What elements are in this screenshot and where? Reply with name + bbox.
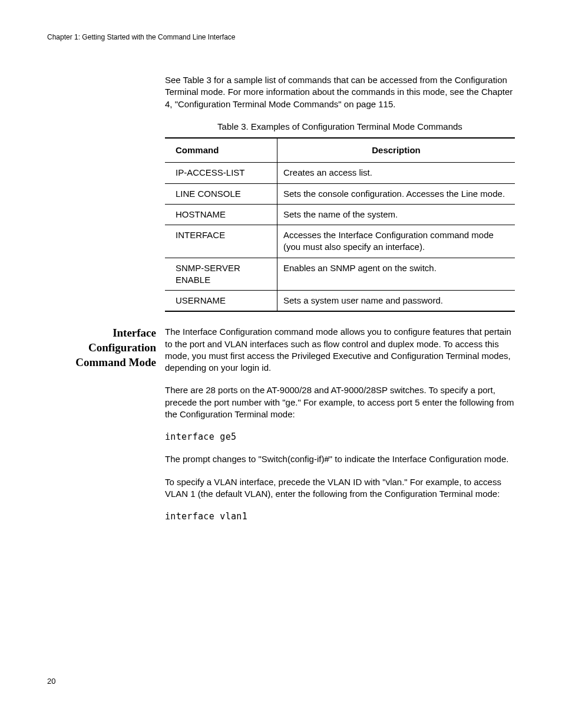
page-number: 20 <box>47 676 55 687</box>
section-block: Interface Configuration Command Mode The… <box>47 326 515 533</box>
table-row: IP-ACCESS-LIST Creates an access list. <box>165 163 515 183</box>
paragraph: The Interface Configuration command mode… <box>165 326 515 374</box>
cell-command: USERNAME <box>165 291 277 312</box>
left-margin <box>47 74 165 326</box>
cell-description: Enables an SNMP agent on the switch. <box>277 258 515 291</box>
content-area: See Table 3 for a sample list of command… <box>47 74 515 326</box>
cell-description: Creates an access list. <box>277 163 515 183</box>
main-column: See Table 3 for a sample list of command… <box>165 74 515 326</box>
section-body: The Interface Configuration command mode… <box>165 326 515 533</box>
cell-description: Sets a system user name and password. <box>277 291 515 312</box>
table-header-command: Command <box>165 138 277 163</box>
left-margin: Interface Configuration Command Mode <box>47 326 165 533</box>
intro-paragraph: See Table 3 for a sample list of command… <box>165 74 515 110</box>
table-row: SNMP-SERVER ENABLE Enables an SNMP agent… <box>165 258 515 291</box>
table-header-description: Description <box>277 138 515 163</box>
paragraph: The prompt changes to "Switch(config-if)… <box>165 453 515 465</box>
paragraph: To specify a VLAN interface, precede the… <box>165 476 515 500</box>
commands-table: Command Description IP-ACCESS-LIST Creat… <box>165 137 515 312</box>
cell-command: LINE CONSOLE <box>165 183 277 204</box>
table-row: LINE CONSOLE Sets the console configurat… <box>165 183 515 204</box>
table-header-row: Command Description <box>165 138 515 163</box>
table-row: INTERFACE Accesses the Interface Configu… <box>165 225 515 258</box>
document-page: Chapter 1: Getting Started with the Comm… <box>0 0 562 728</box>
table-row: HOSTNAME Sets the name of the system. <box>165 204 515 225</box>
cell-description: Accesses the Interface Configuration com… <box>277 225 515 258</box>
table-caption: Table 3. Examples of Configuration Termi… <box>165 121 515 133</box>
code-line: interface ge5 <box>165 431 515 443</box>
section-heading: Interface Configuration Command Mode <box>47 326 156 370</box>
chapter-header: Chapter 1: Getting Started with the Comm… <box>47 32 515 42</box>
cell-command: IP-ACCESS-LIST <box>165 163 277 183</box>
table-row: USERNAME Sets a system user name and pas… <box>165 291 515 312</box>
cell-description: Sets the console configuration. Accesses… <box>277 183 515 204</box>
code-line: interface vlan1 <box>165 510 515 522</box>
cell-command: INTERFACE <box>165 225 277 258</box>
cell-command: HOSTNAME <box>165 204 277 225</box>
cell-command: SNMP-SERVER ENABLE <box>165 258 277 291</box>
cell-description: Sets the name of the system. <box>277 204 515 225</box>
paragraph: There are 28 ports on the AT-9000/28 and… <box>165 384 515 420</box>
